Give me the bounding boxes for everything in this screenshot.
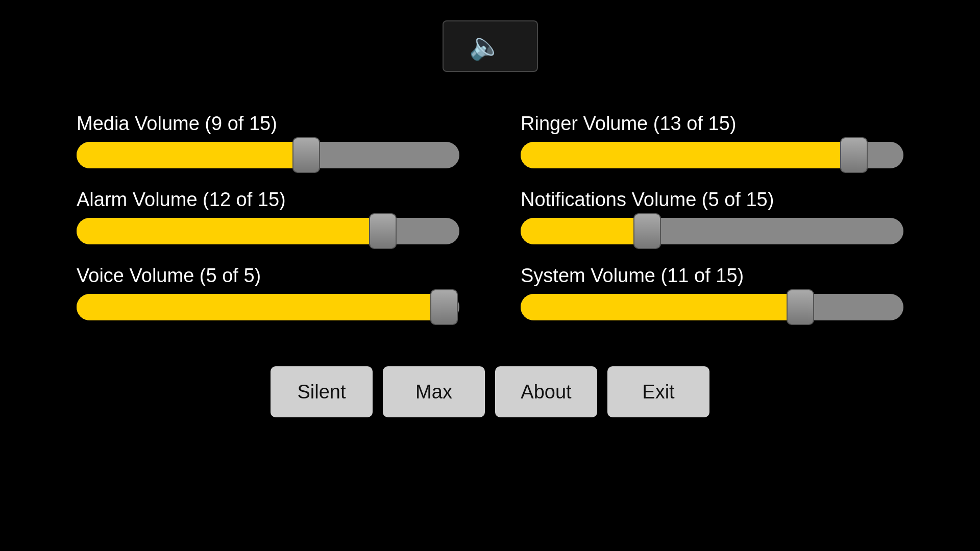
slider-label-voice: Voice Volume (5 of 5): [77, 265, 459, 287]
slider-fill-notifications: [521, 218, 647, 244]
slider-track-ringer[interactable]: [521, 142, 903, 168]
exit-button[interactable]: Exit: [607, 366, 709, 417]
slider-label-notifications: Notifications Volume (5 of 15): [521, 189, 903, 211]
slider-thumb-voice[interactable]: [430, 289, 458, 325]
app-header: 🔈: [443, 20, 538, 72]
slider-track-voice[interactable]: [77, 294, 459, 320]
slider-fill-voice: [77, 294, 444, 320]
slider-track-alarm[interactable]: [77, 218, 459, 244]
slider-track-system[interactable]: [521, 294, 903, 320]
slider-group-voice: Voice Volume (5 of 5): [77, 265, 459, 320]
slider-track-media[interactable]: [77, 142, 459, 168]
volume-icon: 🔈: [469, 31, 502, 62]
slider-fill-ringer: [521, 142, 854, 168]
slider-thumb-alarm[interactable]: [369, 213, 397, 249]
sliders-grid: Media Volume (9 of 15)Ringer Volume (13 …: [56, 113, 924, 320]
slider-label-alarm: Alarm Volume (12 of 15): [77, 189, 459, 211]
slider-group-ringer: Ringer Volume (13 of 15): [521, 113, 903, 168]
slider-group-media: Media Volume (9 of 15): [77, 113, 459, 168]
slider-group-alarm: Alarm Volume (12 of 15): [77, 189, 459, 244]
slider-group-system: System Volume (11 of 15): [521, 265, 903, 320]
slider-label-ringer: Ringer Volume (13 of 15): [521, 113, 903, 135]
about-button[interactable]: About: [495, 366, 597, 417]
slider-thumb-media[interactable]: [292, 137, 320, 173]
slider-fill-system: [521, 294, 800, 320]
silent-button[interactable]: Silent: [271, 366, 373, 417]
slider-thumb-ringer[interactable]: [840, 137, 868, 173]
slider-thumb-system[interactable]: [787, 289, 814, 325]
max-button[interactable]: Max: [383, 366, 485, 417]
slider-label-system: System Volume (11 of 15): [521, 265, 903, 287]
slider-label-media: Media Volume (9 of 15): [77, 113, 459, 135]
slider-track-notifications[interactable]: [521, 218, 903, 244]
slider-thumb-notifications[interactable]: [633, 213, 661, 249]
slider-fill-media: [77, 142, 306, 168]
slider-fill-alarm: [77, 218, 383, 244]
action-buttons-row: SilentMaxAboutExit: [271, 366, 709, 417]
slider-group-notifications: Notifications Volume (5 of 15): [521, 189, 903, 244]
